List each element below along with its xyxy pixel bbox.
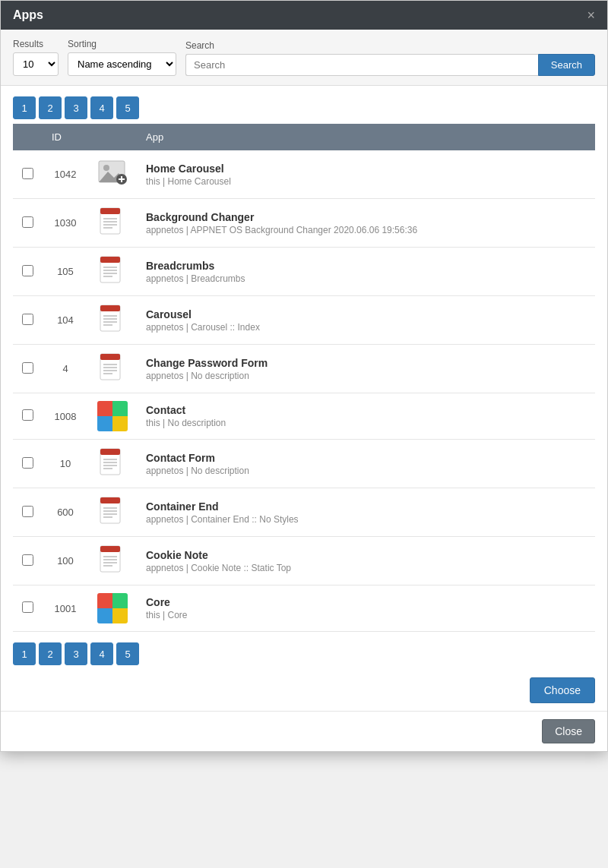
pagination-top-list: 1 2 3 4 5 bbox=[13, 96, 595, 119]
app-name: Core bbox=[146, 596, 586, 608]
table-row: 104 Carousel appnetos | Carousel :: Inde… bbox=[13, 296, 595, 345]
row-app-info: Contact Form appnetos | No description bbox=[137, 440, 595, 488]
page-btn-2[interactable]: 2 bbox=[39, 96, 62, 119]
page-btn-1[interactable]: 1 bbox=[13, 96, 36, 119]
results-label: Results bbox=[13, 39, 59, 49]
svg-rect-7 bbox=[100, 208, 120, 214]
page-btn-3[interactable]: 3 bbox=[65, 96, 87, 119]
row-app-info: Background Changer appnetos | APPNET OS … bbox=[137, 199, 595, 248]
row-icon bbox=[88, 586, 137, 632]
row-checkbox-cell[interactable] bbox=[13, 488, 43, 537]
row-icon bbox=[88, 150, 137, 199]
row-icon bbox=[88, 296, 137, 345]
sorting-select[interactable]: Name ascending Name descending ID ascend… bbox=[68, 52, 176, 76]
sorting-group: Sorting Name ascending Name descending I… bbox=[68, 39, 176, 76]
row-app-info: Contact this | No description bbox=[137, 393, 595, 440]
page-btn-bottom-3[interactable]: 3 bbox=[65, 642, 87, 665]
app-name: Contact Form bbox=[146, 452, 586, 464]
app-name: Contact bbox=[146, 404, 586, 416]
row-icon bbox=[88, 345, 137, 393]
row-icon bbox=[88, 199, 137, 248]
row-app-info: Home Carousel this | Home Carousel bbox=[137, 150, 595, 199]
app-meta: appnetos | Cookie Note :: Static Top bbox=[146, 563, 586, 573]
pagination-bottom-list: 1 2 3 4 5 bbox=[13, 642, 595, 665]
app-meta: appnetos | Carousel :: Index bbox=[146, 322, 586, 333]
choose-action-bar: Choose bbox=[1, 670, 607, 711]
row-app-info: Container End appnetos | Container End :… bbox=[137, 488, 595, 537]
results-select[interactable]: 10 25 50 100 bbox=[13, 52, 59, 76]
table-row: 1042 Home Carousel this | Home Carousel bbox=[13, 150, 595, 199]
close-button[interactable]: Close bbox=[542, 719, 595, 743]
search-button[interactable]: Search bbox=[538, 54, 595, 76]
row-id: 1042 bbox=[43, 150, 88, 199]
row-icon bbox=[88, 248, 137, 296]
row-checkbox[interactable] bbox=[22, 216, 33, 228]
app-meta: this | Core bbox=[146, 610, 586, 620]
row-checkbox-cell[interactable] bbox=[13, 440, 43, 488]
svg-point-1 bbox=[103, 165, 109, 171]
app-meta: appnetos | Breadcrumbs bbox=[146, 273, 586, 284]
table-row: 4 Change Password Form appnetos | No des… bbox=[13, 345, 595, 393]
row-checkbox-cell[interactable] bbox=[13, 296, 43, 345]
table-row: 100 Cookie Note appnetos | Cookie Note :… bbox=[13, 537, 595, 586]
page-btn-bottom-4[interactable]: 4 bbox=[90, 642, 113, 665]
row-checkbox-cell[interactable] bbox=[13, 586, 43, 632]
row-app-info: Breadcrumbs appnetos | Breadcrumbs bbox=[137, 248, 595, 296]
row-icon bbox=[88, 440, 137, 488]
search-input[interactable] bbox=[185, 54, 538, 76]
modal-header: Apps × bbox=[1, 1, 607, 30]
page-btn-bottom-1[interactable]: 1 bbox=[13, 642, 36, 665]
row-checkbox[interactable] bbox=[22, 554, 33, 566]
col-header-check bbox=[13, 124, 43, 150]
page-btn-5[interactable]: 5 bbox=[116, 96, 139, 119]
row-app-info: Change Password Form appnetos | No descr… bbox=[137, 345, 595, 393]
row-checkbox-cell[interactable] bbox=[13, 199, 43, 248]
svg-rect-25 bbox=[100, 354, 120, 360]
app-meta: appnetos | No description bbox=[146, 371, 586, 381]
app-name: Carousel bbox=[146, 308, 586, 320]
row-checkbox[interactable] bbox=[22, 506, 33, 517]
row-checkbox[interactable] bbox=[22, 314, 33, 325]
table-row: 600 Container End appnetos | Container E… bbox=[13, 488, 595, 537]
search-row: Search bbox=[185, 54, 595, 76]
toolbar: Results 10 25 50 100 Sorting Name ascend… bbox=[1, 30, 607, 86]
sorting-label: Sorting bbox=[68, 39, 176, 49]
choose-button[interactable]: Choose bbox=[530, 677, 595, 703]
row-checkbox-cell[interactable] bbox=[13, 393, 43, 440]
apps-table-container: ID App 1042 Home Carousel this | bbox=[1, 124, 607, 632]
app-name: Container End bbox=[146, 500, 586, 513]
row-checkbox[interactable] bbox=[22, 409, 33, 421]
svg-rect-19 bbox=[100, 305, 120, 311]
app-name: Home Carousel bbox=[146, 163, 586, 175]
row-checkbox[interactable] bbox=[22, 168, 33, 179]
row-checkbox[interactable] bbox=[22, 265, 33, 276]
row-checkbox-cell[interactable] bbox=[13, 345, 43, 393]
table-row: 1030 Background Changer appnetos | APPNE… bbox=[13, 199, 595, 248]
col-header-icon bbox=[88, 124, 137, 150]
modal-close-x-button[interactable]: × bbox=[587, 8, 595, 22]
row-id: 1008 bbox=[43, 393, 88, 440]
page-btn-bottom-5[interactable]: 5 bbox=[116, 642, 139, 665]
row-app-info: Carousel appnetos | Carousel :: Index bbox=[137, 296, 595, 345]
apps-table: ID App 1042 Home Carousel this | bbox=[13, 124, 595, 632]
app-meta: this | Home Carousel bbox=[146, 176, 586, 187]
pagination-top: 1 2 3 4 5 bbox=[1, 86, 607, 124]
row-checkbox[interactable] bbox=[22, 362, 33, 374]
app-name: Background Changer bbox=[146, 211, 586, 223]
search-group: Search Search bbox=[185, 40, 595, 76]
row-icon bbox=[88, 537, 137, 586]
search-label: Search bbox=[185, 40, 595, 51]
modal-footer: Close bbox=[1, 711, 607, 751]
row-checkbox-cell[interactable] bbox=[13, 537, 43, 586]
app-meta: this | No description bbox=[146, 418, 586, 428]
table-row: 1008 Contact this | No description bbox=[13, 393, 595, 440]
row-checkbox-cell[interactable] bbox=[13, 248, 43, 296]
page-btn-4[interactable]: 4 bbox=[90, 96, 113, 119]
page-btn-bottom-2[interactable]: 2 bbox=[39, 642, 62, 665]
modal-container: Apps × Results 10 25 50 100 Sorting Name… bbox=[0, 0, 608, 752]
col-header-id: ID bbox=[43, 124, 88, 150]
row-checkbox[interactable] bbox=[22, 601, 33, 613]
row-checkbox-cell[interactable] bbox=[13, 150, 43, 199]
row-checkbox[interactable] bbox=[22, 457, 33, 469]
row-id: 1030 bbox=[43, 199, 88, 248]
